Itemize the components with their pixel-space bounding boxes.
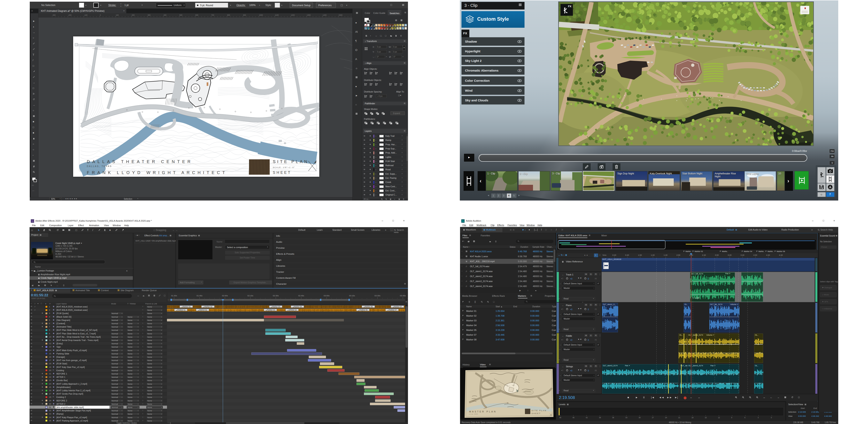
- svg-text:FRANK LLOYD WRIGHT ARCHITECT: FRANK LLOYD WRIGHT ARCHITECT: [87, 170, 227, 175]
- svg-text:SITE PLAN: SITE PLAN: [531, 409, 547, 412]
- svg-text:SHEET: SHEET: [273, 170, 291, 175]
- svg-text:SITE PLAN: SITE PLAN: [273, 159, 309, 164]
- svg-text:MASTER PLAN: MASTER PLAN: [469, 411, 497, 413]
- svg-text:SCALE: 1/8"=1'-0": SCALE: 1/8"=1'-0": [273, 166, 295, 168]
- svg-text:S: S: [469, 17, 470, 19]
- svg-text:SHEET: SHEET: [531, 413, 541, 415]
- svg-text:circa 1959: circa 1959: [469, 414, 478, 415]
- svg-text:DALLAS, TEXAS: DALLAS, TEXAS: [87, 165, 112, 167]
- svg-text:DALLAS THEATER CENTER: DALLAS THEATER CENTER: [87, 159, 193, 164]
